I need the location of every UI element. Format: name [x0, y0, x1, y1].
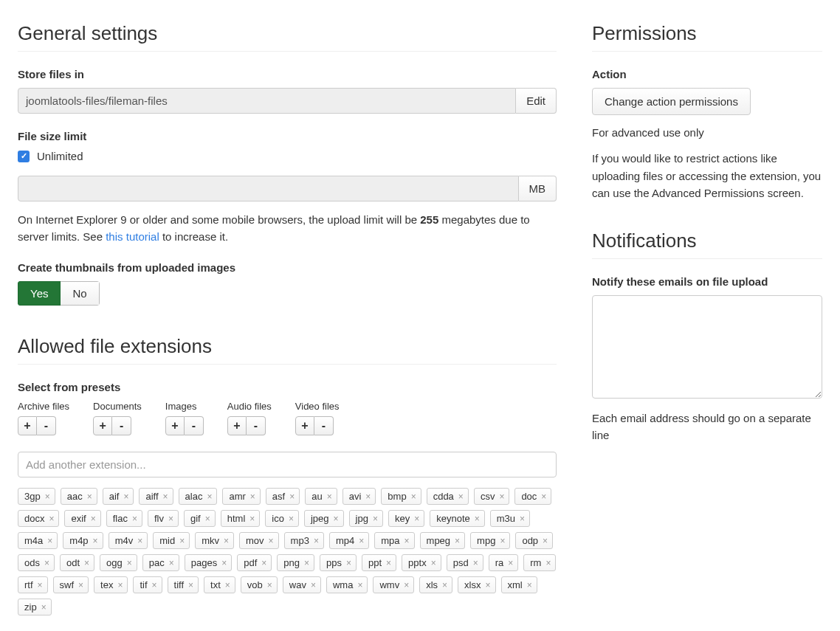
remove-extension-icon[interactable]: × — [45, 492, 50, 502]
preset-label: Images — [165, 401, 197, 412]
extension-tag-label: avi — [349, 491, 362, 502]
remove-extension-icon[interactable]: × — [84, 558, 89, 568]
remove-extension-icon[interactable]: × — [117, 580, 123, 590]
remove-extension-icon[interactable]: × — [267, 580, 272, 590]
edit-store-path-button[interactable]: Edit — [516, 88, 557, 114]
file-size-input[interactable] — [18, 176, 519, 201]
preset-add-button[interactable]: + — [93, 416, 112, 435]
remove-extension-icon[interactable]: × — [49, 514, 54, 524]
remove-extension-icon[interactable]: × — [221, 558, 227, 568]
extension-tag-label: alac — [185, 491, 203, 502]
remove-extension-icon[interactable]: × — [357, 580, 362, 590]
preset-remove-button[interactable]: - — [112, 416, 131, 435]
store-files-label: Store files in — [18, 68, 557, 80]
remove-extension-icon[interactable]: × — [386, 558, 391, 568]
remove-extension-icon[interactable]: × — [431, 558, 436, 568]
remove-extension-icon[interactable]: × — [311, 580, 316, 590]
remove-extension-icon[interactable]: × — [132, 514, 137, 524]
remove-extension-icon[interactable]: × — [38, 580, 43, 590]
change-permissions-button[interactable]: Change action permissions — [592, 88, 751, 115]
extension-tag-label: mkv — [202, 535, 219, 546]
remove-extension-icon[interactable]: × — [373, 514, 378, 524]
remove-extension-icon[interactable]: × — [411, 492, 416, 502]
remove-extension-icon[interactable]: × — [152, 580, 157, 590]
notify-help: Each email address should go on a separa… — [592, 410, 822, 444]
remove-extension-icon[interactable]: × — [508, 558, 513, 568]
add-extension-input[interactable] — [18, 452, 557, 477]
remove-extension-icon[interactable]: × — [475, 514, 480, 524]
remove-extension-icon[interactable]: × — [346, 558, 351, 568]
extension-tag: tif× — [133, 576, 162, 593]
remove-extension-icon[interactable]: × — [485, 580, 490, 590]
preset-remove-button[interactable]: - — [37, 416, 56, 435]
remove-extension-icon[interactable]: × — [47, 536, 52, 546]
remove-extension-icon[interactable]: × — [473, 558, 478, 568]
remove-extension-icon[interactable]: × — [168, 514, 173, 524]
remove-extension-icon[interactable]: × — [442, 580, 447, 590]
remove-extension-icon[interactable]: × — [207, 492, 212, 502]
notify-emails-label: Notify these emails on file upload — [592, 275, 822, 288]
remove-extension-icon[interactable]: × — [543, 536, 548, 546]
remove-extension-icon[interactable]: × — [289, 514, 294, 524]
remove-extension-icon[interactable]: × — [334, 514, 339, 524]
remove-extension-icon[interactable]: × — [520, 514, 525, 524]
preset-add-button[interactable]: + — [295, 416, 314, 435]
remove-extension-icon[interactable]: × — [188, 580, 193, 590]
remove-extension-icon[interactable]: × — [314, 536, 319, 546]
extension-tag: keynote× — [430, 510, 485, 527]
remove-extension-icon[interactable]: × — [224, 536, 229, 546]
remove-extension-icon[interactable]: × — [93, 536, 98, 546]
preset-add-button[interactable]: + — [165, 416, 185, 435]
remove-extension-icon[interactable]: × — [414, 514, 419, 524]
remove-extension-icon[interactable]: × — [163, 492, 168, 502]
create-thumbnails-label: Create thumbnails from uploaded images — [18, 261, 557, 274]
unlimited-checkbox[interactable]: ✓ — [18, 151, 30, 162]
notify-emails-textarea[interactable] — [592, 295, 822, 399]
remove-extension-icon[interactable]: × — [123, 492, 128, 502]
remove-extension-icon[interactable]: × — [169, 558, 174, 568]
extension-tag-label: au — [311, 491, 322, 502]
extension-tag-label: exif — [71, 513, 86, 524]
preset-add-button[interactable]: + — [18, 416, 37, 435]
remove-extension-icon[interactable]: × — [41, 602, 47, 613]
remove-extension-icon[interactable]: × — [225, 580, 230, 590]
remove-extension-icon[interactable]: × — [545, 558, 551, 568]
extension-tag: jpeg× — [304, 510, 344, 527]
remove-extension-icon[interactable]: × — [499, 492, 504, 502]
remove-extension-icon[interactable]: × — [91, 514, 96, 524]
preset-remove-button[interactable]: - — [247, 416, 266, 435]
remove-extension-icon[interactable]: × — [249, 514, 255, 524]
remove-extension-icon[interactable]: × — [359, 536, 364, 546]
remove-extension-icon[interactable]: × — [327, 492, 332, 502]
remove-extension-icon[interactable]: × — [78, 580, 83, 590]
remove-extension-icon[interactable]: × — [500, 536, 505, 546]
remove-extension-icon[interactable]: × — [455, 536, 460, 546]
thumbnails-yes-button[interactable]: Yes — [18, 281, 61, 306]
remove-extension-icon[interactable]: × — [304, 558, 309, 568]
file-size-limit-label: File size limit — [18, 130, 557, 142]
remove-extension-icon[interactable]: × — [137, 536, 142, 546]
tutorial-link[interactable]: this tutorial — [106, 230, 159, 243]
extension-tag-label: ra — [495, 557, 504, 568]
remove-extension-icon[interactable]: × — [458, 492, 464, 502]
remove-extension-icon[interactable]: × — [541, 492, 546, 502]
remove-extension-icon[interactable]: × — [289, 492, 295, 502]
remove-extension-icon[interactable]: × — [527, 580, 532, 590]
remove-extension-icon[interactable]: × — [87, 492, 92, 502]
remove-extension-icon[interactable]: × — [404, 536, 410, 546]
remove-extension-icon[interactable]: × — [404, 580, 409, 590]
preset-remove-button[interactable]: - — [185, 416, 204, 435]
extension-tag: bmp× — [381, 488, 421, 505]
remove-extension-icon[interactable]: × — [365, 492, 371, 502]
remove-extension-icon[interactable]: × — [269, 536, 274, 546]
preset-remove-button[interactable]: - — [314, 416, 334, 435]
remove-extension-icon[interactable]: × — [250, 492, 255, 502]
remove-extension-icon[interactable]: × — [127, 558, 132, 568]
remove-extension-icon[interactable]: × — [205, 514, 210, 524]
thumbnails-no-button[interactable]: No — [61, 281, 99, 306]
extension-tag-label: jpg — [356, 513, 368, 524]
remove-extension-icon[interactable]: × — [44, 558, 49, 568]
preset-add-button[interactable]: + — [227, 416, 247, 435]
remove-extension-icon[interactable]: × — [261, 558, 266, 568]
remove-extension-icon[interactable]: × — [179, 536, 185, 546]
